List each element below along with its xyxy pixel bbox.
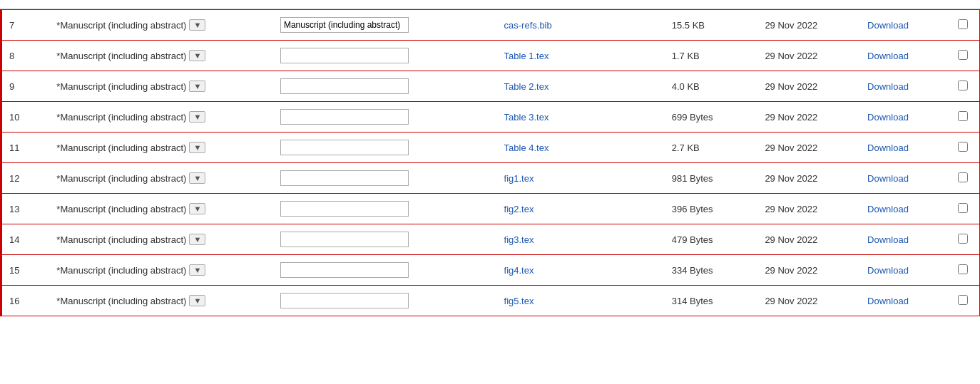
row-size: 15.5 KB (668, 10, 761, 41)
download-link[interactable]: Download (867, 204, 909, 214)
download-link[interactable]: Download (867, 296, 909, 306)
row-checkbox[interactable] (958, 264, 968, 274)
row-filename-cell: Table 3.tex (500, 102, 668, 133)
type-dropdown-button[interactable]: ▼ (189, 203, 205, 214)
type-dropdown-button[interactable]: ▼ (189, 142, 205, 153)
download-link[interactable]: Download (867, 173, 909, 184)
description-input[interactable] (280, 201, 409, 217)
table-row: 16 *Manuscript (including abstract) ▼ fi… (1, 286, 980, 316)
row-size: 334 Bytes (668, 255, 761, 286)
row-type-cell: *Manuscript (including abstract) ▼ (52, 71, 276, 102)
row-description-cell[interactable] (276, 163, 500, 194)
description-input[interactable] (280, 48, 409, 63)
row-date: 29 Nov 2022 (760, 10, 863, 41)
type-dropdown-button[interactable]: ▼ (189, 295, 205, 306)
download-link[interactable]: Download (867, 51, 909, 61)
type-label: *Manuscript (including abstract) (56, 142, 186, 153)
download-link[interactable]: Download (867, 20, 909, 31)
table-row: 9 *Manuscript (including abstract) ▼ Tab… (1, 71, 980, 102)
row-checkbox[interactable] (958, 50, 968, 60)
description-input[interactable] (280, 262, 409, 278)
type-dropdown-button[interactable]: ▼ (189, 50, 205, 61)
type-label: *Manuscript (including abstract) (56, 51, 186, 61)
row-checkbox-cell[interactable] (947, 10, 980, 41)
row-description-cell[interactable] (276, 10, 500, 41)
table-wrapper: 7 *Manuscript (including abstract) ▼ cas… (0, 9, 980, 373)
table-row: 7 *Manuscript (including abstract) ▼ cas… (1, 10, 980, 41)
filename-link[interactable]: Table 2.tex (504, 81, 549, 92)
filename-link[interactable]: fig5.tex (504, 296, 534, 306)
description-input[interactable] (280, 109, 409, 125)
row-type-cell: *Manuscript (including abstract) ▼ (52, 224, 276, 255)
download-link[interactable]: Download (867, 112, 909, 123)
row-description-cell[interactable] (276, 224, 500, 255)
type-dropdown-button[interactable]: ▼ (189, 19, 205, 31)
row-download-cell: Download (863, 163, 947, 194)
type-dropdown-button[interactable]: ▼ (189, 264, 205, 276)
row-checkbox[interactable] (958, 295, 968, 305)
row-number: 9 (1, 71, 53, 102)
row-size: 1.7 KB (668, 41, 761, 71)
row-checkbox-cell[interactable] (947, 102, 980, 133)
type-label: *Manuscript (including abstract) (56, 81, 186, 92)
row-checkbox[interactable] (958, 172, 968, 182)
row-description-cell[interactable] (276, 41, 500, 71)
attachments-table: 7 *Manuscript (including abstract) ▼ cas… (0, 9, 980, 316)
description-input[interactable] (280, 78, 409, 94)
row-checkbox[interactable] (958, 81, 968, 90)
row-description-cell[interactable] (276, 194, 500, 224)
description-input[interactable] (280, 17, 409, 33)
row-checkbox-cell[interactable] (947, 224, 980, 255)
description-input[interactable] (280, 232, 409, 247)
row-filename-cell: Table 1.tex (500, 41, 668, 71)
table-row: 12 *Manuscript (including abstract) ▼ fi… (1, 163, 980, 194)
row-checkbox[interactable] (958, 19, 968, 29)
description-input[interactable] (280, 170, 409, 186)
type-label: *Manuscript (including abstract) (56, 20, 186, 31)
download-link[interactable]: Download (867, 81, 909, 92)
row-checkbox[interactable] (958, 234, 968, 244)
description-input[interactable] (280, 293, 409, 308)
download-link[interactable]: Download (867, 234, 909, 245)
row-download-cell: Download (863, 286, 947, 316)
filename-link[interactable]: fig3.tex (504, 234, 534, 245)
row-checkbox-cell[interactable] (947, 286, 980, 316)
row-checkbox[interactable] (958, 142, 968, 152)
type-dropdown-button[interactable]: ▼ (189, 234, 205, 245)
filename-link[interactable]: fig4.tex (504, 265, 534, 276)
row-description-cell[interactable] (276, 286, 500, 316)
row-checkbox[interactable] (958, 203, 968, 213)
row-filename-cell: Table 2.tex (500, 71, 668, 102)
filename-link[interactable]: Table 1.tex (504, 51, 549, 61)
row-checkbox-cell[interactable] (947, 71, 980, 102)
row-filename-cell: cas-refs.bib (500, 10, 668, 41)
row-description-cell[interactable] (276, 102, 500, 133)
type-dropdown-button[interactable]: ▼ (189, 172, 205, 184)
row-description-cell[interactable] (276, 133, 500, 163)
download-link[interactable]: Download (867, 265, 909, 276)
row-download-cell: Download (863, 224, 947, 255)
row-checkbox-cell[interactable] (947, 41, 980, 71)
description-input[interactable] (280, 140, 409, 155)
row-date: 29 Nov 2022 (760, 224, 863, 255)
row-size: 699 Bytes (668, 102, 761, 133)
row-checkbox[interactable] (958, 111, 968, 121)
row-size: 479 Bytes (668, 224, 761, 255)
row-description-cell[interactable] (276, 255, 500, 286)
row-checkbox-cell[interactable] (947, 255, 980, 286)
row-checkbox-cell[interactable] (947, 133, 980, 163)
filename-link[interactable]: cas-refs.bib (504, 20, 552, 31)
filename-link[interactable]: Table 3.tex (504, 112, 549, 123)
row-checkbox-cell[interactable] (947, 163, 980, 194)
type-dropdown-button[interactable]: ▼ (189, 111, 205, 123)
row-number: 8 (1, 41, 53, 71)
type-label: *Manuscript (including abstract) (56, 296, 186, 306)
filename-link[interactable]: fig1.tex (504, 173, 534, 184)
row-number: 7 (1, 10, 53, 41)
filename-link[interactable]: Table 4.tex (504, 142, 549, 153)
download-link[interactable]: Download (867, 142, 909, 153)
type-dropdown-button[interactable]: ▼ (189, 81, 205, 92)
row-checkbox-cell[interactable] (947, 194, 980, 224)
row-description-cell[interactable] (276, 71, 500, 102)
filename-link[interactable]: fig2.tex (504, 204, 534, 214)
